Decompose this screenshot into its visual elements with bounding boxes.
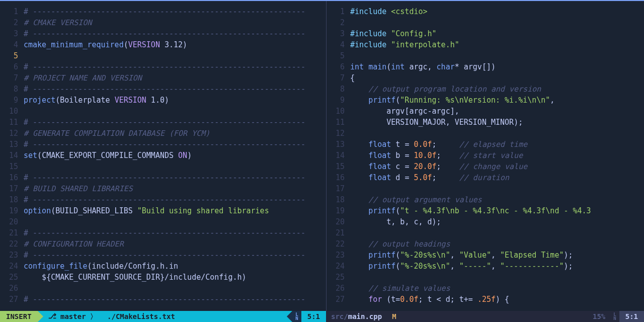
file-path: src/main.cpp xyxy=(326,311,387,322)
code-area-right[interactable]: #include <cstdio>#include "Config.h"#inc… xyxy=(349,0,644,311)
statusline-left-pane: INSERT ⎇ master 〉 ./CMakeLists.txt LN 5:… xyxy=(0,311,326,322)
code-line[interactable]: # --------------------------------------… xyxy=(24,294,326,305)
line-number: 20 xyxy=(0,216,22,227)
right-pane[interactable]: 1234567891011121314151617181920212223242… xyxy=(326,0,644,311)
line-number: 23 xyxy=(0,250,22,261)
line-number: 27 xyxy=(0,294,22,305)
line-number: 4 xyxy=(0,39,22,50)
code-line[interactable]: { xyxy=(350,72,644,84)
code-line[interactable]: t, b, c, d); xyxy=(350,216,644,227)
code-line[interactable] xyxy=(24,216,326,227)
code-line[interactable]: #include "Config.h" xyxy=(350,28,644,39)
code-line[interactable]: printf("%-20s%s\n", "Value", "Elapsed Ti… xyxy=(350,250,644,261)
mode-indicator: INSERT xyxy=(0,311,38,322)
code-area-left[interactable]: # --------------------------------------… xyxy=(22,0,326,311)
line-number: 18 xyxy=(0,194,22,205)
code-line[interactable]: set(CMAKE_EXPORT_COMPILE_COMMANDS ON) xyxy=(24,150,326,161)
code-line[interactable]: project(Boilerplate VERSION 1.0) xyxy=(24,95,326,106)
modified-indicator: M xyxy=(387,311,401,322)
code-line[interactable] xyxy=(350,50,644,61)
code-line[interactable]: float c = 20.0f; // change value xyxy=(350,161,644,172)
separator-icon xyxy=(287,311,292,322)
code-line[interactable]: # CONFIGURATION HEADER xyxy=(24,238,326,250)
code-line[interactable]: # --------------------------------------… xyxy=(24,61,326,72)
line-number: 19 xyxy=(0,205,22,216)
line-number: 8 xyxy=(0,84,22,95)
line-number: 25 xyxy=(0,272,22,283)
code-line[interactable]: #include "interpolate.h" xyxy=(350,39,644,50)
code-line[interactable]: option(BUILD_SHARED_LIBS "Build using sh… xyxy=(24,205,326,216)
left-pane[interactable]: 1234567891011121314151617181920212223242… xyxy=(0,0,326,311)
code-line[interactable]: # --------------------------------------… xyxy=(24,250,326,261)
line-number: 26 xyxy=(327,283,349,294)
code-line[interactable]: printf("Running: %s\nVersion: %i.%i\n\n"… xyxy=(350,95,644,106)
code-line[interactable]: printf("%-20s%s\n", "-----", "----------… xyxy=(350,261,644,272)
code-line[interactable]: # --------------------------------------… xyxy=(24,227,326,238)
code-line[interactable]: # --------------------------------------… xyxy=(24,172,326,183)
line-number: 15 xyxy=(0,161,22,172)
code-line[interactable]: configure_file(include/Config.h.in xyxy=(24,261,326,272)
code-line[interactable]: # --------------------------------------… xyxy=(24,139,326,150)
code-line[interactable]: float t = 0.0f; // elapsed time xyxy=(350,139,644,150)
line-number: 13 xyxy=(0,139,22,150)
line-number: 13 xyxy=(327,139,349,150)
line-number: 21 xyxy=(327,227,349,238)
code-line[interactable] xyxy=(350,227,644,238)
code-line[interactable] xyxy=(24,161,326,172)
code-line[interactable]: for (t=0.0f; t < d; t+= .25f) { xyxy=(350,294,644,305)
code-line[interactable] xyxy=(350,272,644,283)
code-line[interactable]: argv[argc-argc], xyxy=(350,106,644,117)
line-number: 15 xyxy=(327,161,349,172)
line-number: 1 xyxy=(0,6,22,17)
line-number: 3 xyxy=(327,28,349,39)
line-icon: LN xyxy=(610,311,619,322)
line-number: 22 xyxy=(327,238,349,250)
code-line[interactable]: ${CMAKE_CURRENT_SOURCE_DIR}/include/Conf… xyxy=(24,272,326,283)
code-line[interactable]: #include <cstdio> xyxy=(350,6,644,17)
code-line[interactable] xyxy=(24,283,326,294)
code-line[interactable]: # CMAKE VERSION xyxy=(24,17,326,28)
line-icon: LN xyxy=(292,311,301,322)
code-line[interactable]: int main(int argc, char* argv[]) xyxy=(350,61,644,72)
branch-name: master xyxy=(60,311,86,322)
code-line[interactable]: printf("t - %4.3f\nb - %4.3f\nc - %4.3f\… xyxy=(350,205,644,216)
code-line[interactable]: float b = 10.0f; // start value xyxy=(350,150,644,161)
line-number: 14 xyxy=(327,150,349,161)
code-line[interactable]: cmake_minimum_required(VERSION 3.12) xyxy=(24,39,326,50)
code-line[interactable]: # GENERATE COMPILATION DATABASE (FOR YCM… xyxy=(24,128,326,139)
line-number: 9 xyxy=(0,95,22,106)
code-line[interactable]: # PROJECT NAME AND VERSION xyxy=(24,72,326,84)
code-line[interactable]: // output program location and version xyxy=(350,84,644,95)
code-line[interactable] xyxy=(350,128,644,139)
scroll-percent: 15% xyxy=(588,311,610,322)
line-number: 21 xyxy=(0,227,22,238)
code-line[interactable]: # BUILD SHARED LIBRARIES xyxy=(24,183,326,194)
code-line[interactable]: # --------------------------------------… xyxy=(24,84,326,95)
line-number: 3 xyxy=(0,28,22,39)
line-number: 20 xyxy=(327,216,349,227)
code-line[interactable]: # --------------------------------------… xyxy=(24,28,326,39)
code-line[interactable] xyxy=(350,17,644,28)
code-line[interactable]: # --------------------------------------… xyxy=(24,117,326,128)
code-line[interactable] xyxy=(350,183,644,194)
code-line[interactable]: # --------------------------------------… xyxy=(24,194,326,205)
line-number: 17 xyxy=(0,183,22,194)
code-line[interactable]: // output argument values xyxy=(350,194,644,205)
line-number: 7 xyxy=(0,72,22,84)
code-line[interactable] xyxy=(24,106,326,117)
code-line[interactable]: // simulate values xyxy=(350,283,644,294)
line-number: 2 xyxy=(327,17,349,28)
line-number: 5 xyxy=(0,50,22,61)
code-line[interactable]: // output headings xyxy=(350,238,644,250)
editor-splitview: 1234567891011121314151617181920212223242… xyxy=(0,0,644,311)
branch-icon: ⎇ xyxy=(48,311,56,321)
line-number: 2 xyxy=(0,17,22,28)
line-number: 14 xyxy=(0,150,22,161)
line-number: 17 xyxy=(327,183,349,194)
code-line[interactable]: float d = 5.0f; // duration xyxy=(350,172,644,183)
code-line[interactable]: # --------------------------------------… xyxy=(24,6,326,17)
code-line[interactable]: VERSION_MAJOR, VERSION_MINOR); xyxy=(350,117,644,128)
spacer xyxy=(180,311,287,322)
line-number-gutter: 1234567891011121314151617181920212223242… xyxy=(0,0,22,311)
code-line[interactable] xyxy=(24,50,326,61)
